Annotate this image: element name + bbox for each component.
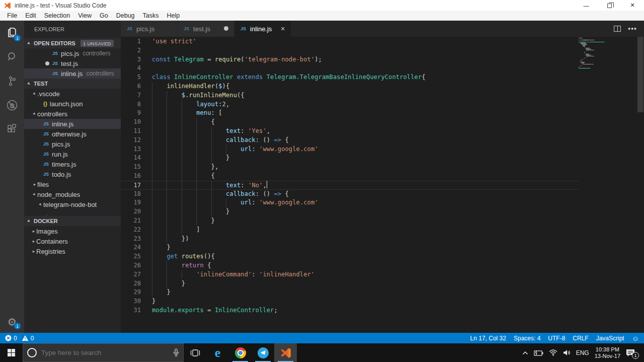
editor-tab-pics-js[interactable]: JSpics.js	[121, 21, 178, 37]
tree-item--vscode[interactable]: ▸.vscode	[24, 89, 121, 99]
folder-section-header[interactable]: ▸ TEST	[24, 79, 121, 89]
open-editor-item[interactable]: JSpics.jscontrollers	[24, 48, 121, 58]
status-cursor-position[interactable]: Ln 17, Col 32	[470, 335, 506, 342]
code-line[interactable]: 6inlineHandler($){	[121, 82, 579, 91]
line-number[interactable]: 27	[121, 270, 141, 279]
code-line[interactable]: 23})	[121, 235, 579, 244]
line-number[interactable]: 20	[121, 207, 141, 216]
menu-item-help[interactable]: Help	[163, 11, 184, 20]
line-number[interactable]: 18	[121, 190, 141, 199]
code-line[interactable]: 10{	[121, 118, 579, 127]
code-line[interactable]: 13url: 'www.google.com'	[121, 145, 579, 154]
code-line[interactable]: 31module.exports = InlineController;	[121, 306, 579, 315]
code-line[interactable]: 8layout:2,	[121, 100, 579, 109]
code-line[interactable]: 27'inlineCommand': 'inlineHandler'	[121, 270, 579, 279]
code-line[interactable]: 17text: 'No',	[121, 181, 579, 190]
chrome-taskbar-icon[interactable]	[229, 343, 252, 362]
split-editor-icon[interactable]	[614, 26, 621, 32]
status-indentation[interactable]: Spaces: 4	[514, 335, 540, 342]
explorer-activity-icon[interactable]: 1	[0, 21, 24, 45]
line-number[interactable]: 5	[121, 73, 141, 82]
debug-activity-icon[interactable]	[0, 93, 24, 117]
line-number[interactable]: 14	[121, 154, 141, 163]
line-number[interactable]: 13	[121, 145, 141, 154]
tree-item-timers-js[interactable]: JStimers.js	[24, 159, 121, 169]
line-number[interactable]: 21	[121, 216, 141, 226]
code-line[interactable]: 22]	[121, 226, 579, 235]
tree-item-controllers[interactable]: ▸controllers	[24, 109, 121, 119]
editor-scrollbar[interactable]	[637, 37, 644, 333]
code-line[interactable]: 18callback: () => {	[121, 190, 579, 199]
tree-item-files[interactable]: ▸files	[24, 179, 121, 189]
clock[interactable]: 10:38 PM 13-Nov-17	[595, 346, 620, 359]
line-number[interactable]: 30	[121, 297, 141, 306]
line-number[interactable]: 10	[121, 118, 141, 127]
editor-tab-test-js[interactable]: JStest.js	[178, 21, 234, 37]
code-line[interactable]: 2	[121, 46, 579, 55]
code-line[interactable]: 7$.runInlineMenu({	[121, 91, 579, 100]
status-language-mode[interactable]: JavaScript	[596, 335, 624, 342]
menu-item-view[interactable]: View	[74, 11, 96, 20]
line-number[interactable]: 24	[121, 243, 141, 252]
line-number[interactable]: 22	[121, 226, 141, 235]
code-line[interactable]: 19url: 'www.google.com'	[121, 198, 579, 207]
line-number[interactable]: 23	[121, 235, 141, 244]
status-eol[interactable]: CRLF	[573, 335, 588, 342]
code-line[interactable]: 12callback: () => {	[121, 136, 579, 145]
menu-item-debug[interactable]: Debug	[112, 11, 139, 20]
code-line[interactable]: 3const Telegram = require('telegram-node…	[121, 55, 579, 64]
line-number[interactable]: 12	[121, 136, 141, 145]
code-line[interactable]: 15},	[121, 163, 579, 172]
line-number[interactable]: 6	[121, 82, 141, 91]
code-line[interactable]: 30}	[121, 297, 579, 306]
menu-item-file[interactable]: File	[3, 11, 21, 20]
open-editors-header[interactable]: ▸ OPEN EDITORS 1 UNSAVED	[24, 38, 121, 48]
more-actions-icon[interactable]: •••	[628, 25, 637, 33]
tree-item-node-modules[interactable]: ▸node_modules	[24, 189, 121, 199]
code-line[interactable]: 11text: 'Yes',	[121, 127, 579, 136]
close-button[interactable]: ✕	[621, 0, 644, 11]
feedback-smiley-icon[interactable]: ☺	[632, 335, 639, 342]
line-number[interactable]: 16	[121, 172, 141, 181]
line-number[interactable]: 17	[121, 181, 141, 190]
docker-section-header[interactable]: ▸ DOCKER	[24, 216, 121, 226]
line-number[interactable]: 4	[121, 64, 141, 73]
tree-item-inline-js[interactable]: JSinline.js	[24, 119, 121, 129]
editor-tab-inline-js[interactable]: JSinline.js✕	[234, 21, 291, 37]
minimap[interactable]	[579, 38, 637, 69]
battery-icon[interactable]	[534, 350, 543, 356]
code-line[interactable]: 29}	[121, 288, 579, 297]
source-control-activity-icon[interactable]	[0, 69, 24, 93]
code-line[interactable]: 1'use strict'	[121, 37, 579, 46]
code-line[interactable]: 26return {	[121, 261, 579, 270]
code-line[interactable]: 4	[121, 64, 579, 73]
problems-indicator[interactable]: 0 0	[5, 335, 34, 342]
code-line[interactable]: 5class InlineController extends Telegram…	[121, 73, 579, 82]
taskbar-search[interactable]	[23, 343, 184, 362]
line-number[interactable]: 19	[121, 198, 141, 207]
settings-gear-icon[interactable]: ⚙ 1	[0, 311, 24, 333]
wifi-icon[interactable]	[549, 349, 557, 356]
restore-button[interactable]	[598, 0, 621, 11]
line-number[interactable]: 8	[121, 100, 141, 109]
action-center-button[interactable]: 1	[626, 349, 639, 357]
line-number[interactable]: 29	[121, 288, 141, 297]
open-editor-item[interactable]: JSinline.jscontrollers	[24, 68, 121, 79]
microphone-icon[interactable]	[173, 348, 179, 357]
volume-icon[interactable]	[563, 349, 571, 356]
line-number[interactable]: 26	[121, 261, 141, 270]
code-line[interactable]: 14}	[121, 154, 579, 163]
code-line[interactable]: 16{	[121, 172, 579, 181]
line-number[interactable]: 11	[121, 127, 141, 136]
close-tab-icon[interactable]: ✕	[279, 26, 287, 32]
line-number[interactable]: 1	[121, 37, 141, 46]
menu-item-edit[interactable]: Edit	[21, 11, 40, 20]
code-line[interactable]: 25get routes(){	[121, 252, 579, 261]
menu-item-tasks[interactable]: Tasks	[139, 11, 163, 20]
line-number[interactable]: 7	[121, 91, 141, 100]
line-number[interactable]: 31	[121, 306, 141, 315]
keyboard-language[interactable]: ENG	[576, 349, 589, 356]
tree-item-otherwise-js[interactable]: JSotherwise.js	[24, 129, 121, 139]
tree-item-todo-js[interactable]: JStodo.js	[24, 169, 121, 179]
line-number[interactable]: 3	[121, 55, 141, 64]
